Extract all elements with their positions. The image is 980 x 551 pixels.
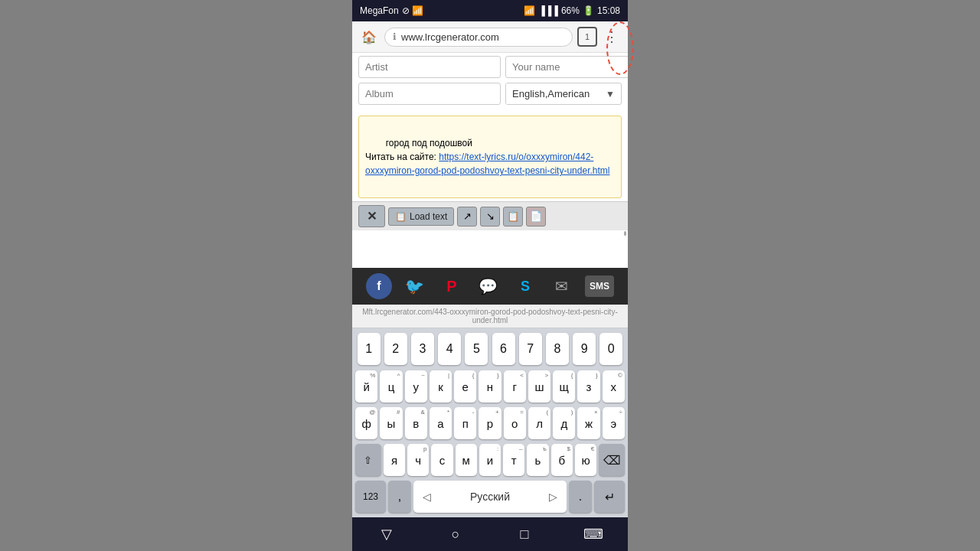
browser-menu-button[interactable]: ⋮ <box>602 28 622 45</box>
key-к[interactable]: |к <box>430 370 452 403</box>
arrow-down-button[interactable]: ↘ <box>480 207 500 227</box>
home-nav-button[interactable]: ○ <box>436 520 475 548</box>
sms-share-button[interactable]: SMS <box>585 276 614 297</box>
key-5[interactable]: 5 <box>465 333 488 365</box>
arrow-up-icon: ↗ <box>463 210 472 222</box>
enter-icon: ↵ <box>605 490 615 504</box>
keyboard-icon: ⌨ <box>583 526 603 543</box>
key-м[interactable]: м <box>456 444 477 476</box>
key-т[interactable]: –т <box>503 444 524 476</box>
load-text-label: Load text <box>410 211 447 222</box>
backspace-key[interactable]: ⌫ <box>599 444 625 476</box>
key-я[interactable]: я <box>384 444 405 476</box>
recent-nav-button[interactable]: □ <box>505 520 544 548</box>
key-й[interactable]: %й <box>355 370 377 403</box>
keyboard: Мft.lrcgenerator.com/443-oxxxymiron-goro… <box>352 305 628 517</box>
key-д[interactable]: )д <box>553 407 575 439</box>
key-ь[interactable]: ъь <box>527 444 548 476</box>
key-ч[interactable]: рч <box>407 444 429 476</box>
pdf-button[interactable]: 📄 <box>526 207 546 227</box>
toolbar: ✕ 📋 Load text ↗ ↘ 📋 📄 <box>352 201 628 230</box>
status-bar: MegaFon ⊘ 📶 📶 ▐▐▐ 66% 🔋 15:08 <box>352 0 628 21</box>
key-р[interactable]: +р <box>479 407 501 439</box>
key-ш[interactable]: >ш <box>528 370 550 403</box>
key-н[interactable]: }н <box>479 370 501 403</box>
email-icon: ✉ <box>555 277 568 295</box>
enter-key[interactable]: ↵ <box>594 481 625 513</box>
key-а[interactable]: *а <box>430 407 452 439</box>
whatsapp-share-button[interactable]: 💬 <box>475 272 502 300</box>
shift-key[interactable]: ⇧ <box>355 444 381 476</box>
key-з[interactable]: }з <box>577 370 599 403</box>
kb-row-1: %й ^ц ~у |к {е }н <г >ш {щ }з ©х <box>352 368 628 405</box>
key-9[interactable]: 9 <box>573 333 596 365</box>
time-label: 15:08 <box>597 5 620 16</box>
key-ф[interactable]: @ф <box>355 407 377 439</box>
skype-share-button[interactable]: S <box>511 272 539 300</box>
key-у[interactable]: ~у <box>405 370 427 403</box>
comma-key[interactable]: , <box>388 481 411 513</box>
key-и[interactable]: :и <box>479 444 501 476</box>
key-э[interactable]: ÷э <box>603 407 625 439</box>
clear-button[interactable]: ✕ <box>358 205 385 227</box>
artist-input[interactable] <box>358 56 501 78</box>
key-е[interactable]: {е <box>454 370 476 403</box>
copy-button[interactable]: 📋 <box>503 207 523 227</box>
key-1[interactable]: 1 <box>358 333 381 365</box>
keyboard-nav-button[interactable]: ⌨ <box>574 520 612 548</box>
key-п[interactable]: -п <box>454 407 476 439</box>
wifi-icon: 📶 <box>524 5 535 16</box>
tab-count-button[interactable]: 1 <box>577 27 597 47</box>
email-share-button[interactable]: ✉ <box>548 272 576 300</box>
home-icon: ○ <box>452 527 460 543</box>
arrow-up-button[interactable]: ↗ <box>457 207 477 227</box>
numbers-mode-label: 123 <box>363 491 378 502</box>
battery-label: 66% <box>561 5 580 16</box>
url-text: www.lrcgenerator.com <box>401 31 499 43</box>
period-key[interactable]: . <box>569 481 592 513</box>
your-name-input[interactable] <box>505 56 628 78</box>
key-б[interactable]: $б <box>551 444 573 476</box>
key-г[interactable]: <г <box>504 370 526 403</box>
key-6[interactable]: 6 <box>492 333 515 365</box>
pinterest-share-button[interactable]: P <box>438 272 466 300</box>
key-3[interactable]: 3 <box>411 333 434 365</box>
space-key[interactable]: ◁ Русский ▷ <box>413 481 567 513</box>
key-л[interactable]: (л <box>528 407 550 439</box>
lang-right-arrow[interactable]: ▷ <box>549 491 557 503</box>
form-row-1 <box>358 56 622 78</box>
key-ж[interactable]: ×ж <box>577 407 599 439</box>
form-section: English,American ▼ <box>352 53 628 112</box>
home-button[interactable]: 🏠 <box>358 26 380 47</box>
facebook-share-button[interactable]: f <box>366 273 392 299</box>
lang-left-arrow[interactable]: ◁ <box>423 491 431 503</box>
info-icon: ℹ <box>393 31 397 42</box>
back-nav-button[interactable]: ▽ <box>368 520 406 548</box>
key-щ[interactable]: {щ <box>553 370 575 403</box>
recent-icon: □ <box>521 527 529 543</box>
lyrics-title: город под подошвой Читать на сайте: http… <box>365 138 609 176</box>
numbers-mode-key[interactable]: 123 <box>355 481 386 513</box>
lyrics-link[interactable]: https://text-lyrics.ru/o/oxxxymiron/442-… <box>365 152 609 176</box>
language-select-wrap[interactable]: English,American ▼ <box>505 83 622 105</box>
key-8[interactable]: 8 <box>546 333 569 365</box>
key-в[interactable]: &в <box>405 407 427 439</box>
key-2[interactable]: 2 <box>384 333 407 365</box>
album-input[interactable] <box>358 83 501 105</box>
key-ю[interactable]: €ю <box>575 444 596 476</box>
page-content: English,American ▼ город под подошвой Чи… <box>352 53 628 268</box>
key-0[interactable]: 0 <box>599 333 622 365</box>
kb-number-row: 1 2 3 4 5 6 7 8 9 0 <box>352 328 628 368</box>
pinterest-icon: P <box>446 278 456 295</box>
back-icon: ▽ <box>381 526 392 543</box>
key-4[interactable]: 4 <box>438 333 461 365</box>
url-bar[interactable]: ℹ www.lrcgenerator.com <box>384 28 573 47</box>
key-о[interactable]: =о <box>504 407 526 439</box>
key-ы[interactable]: #ы <box>380 407 402 439</box>
load-text-button[interactable]: 📋 Load text <box>388 207 454 226</box>
key-7[interactable]: 7 <box>519 333 542 365</box>
key-с[interactable]: с <box>431 444 452 476</box>
twitter-share-button[interactable]: 🐦 <box>401 272 429 300</box>
key-х[interactable]: ©х <box>603 370 625 403</box>
key-ц[interactable]: ^ц <box>380 370 402 403</box>
